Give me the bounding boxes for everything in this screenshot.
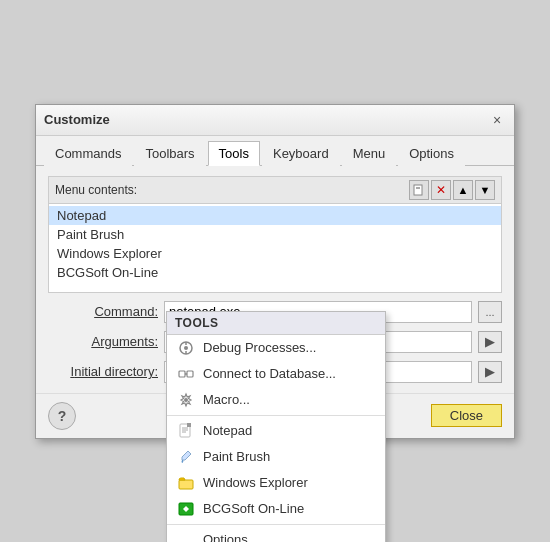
dropdown-header: TOOLS [167,312,385,335]
dialog-body: Menu contents: ✕ ▲ ▼ Notepad Paint Brush… [36,166,514,393]
command-label: Command: [48,304,158,319]
dropdown-item-explorer[interactable]: Windows Explorer [167,470,385,496]
divider-1 [167,415,385,416]
tools-dropdown: TOOLS Debug Processes... [166,311,386,543]
connect-icon [177,365,195,383]
tab-tools[interactable]: Tools [208,141,260,166]
dropdown-item-macro-label: Macro... [203,392,250,407]
svg-rect-14 [187,423,191,427]
dropdown-item-options[interactable]: Options... [167,527,385,543]
dropdown-item-macro[interactable]: Macro... [167,387,385,413]
new-item-button[interactable] [409,180,429,200]
close-button[interactable]: Close [431,404,502,427]
arguments-label-text: Arguments: [92,334,158,349]
title-bar: Customize × [36,105,514,136]
menu-contents-label: Menu contents: [55,183,137,197]
menu-list: Notepad Paint Brush Windows Explorer BCG… [48,203,502,293]
dropdown-item-explorer-label: Windows Explorer [203,475,308,490]
move-down-button[interactable]: ▼ [475,180,495,200]
tab-menu[interactable]: Menu [342,141,397,166]
tab-bar: Commands Toolbars Tools Keyboard Menu Op… [36,136,514,166]
dropdown-item-notepad-label: Notepad [203,423,252,438]
tab-options[interactable]: Options [398,141,465,166]
dropdown-item-bcgsoft-label: BCGSoft On-Line [203,501,304,516]
divider-2 [167,524,385,525]
bcgsoft-icon [177,500,195,518]
dropdown-item-paintbrush[interactable]: Paint Brush [167,444,385,470]
command-browse-button[interactable]: ... [478,301,502,323]
list-item[interactable]: Paint Brush [49,225,501,244]
help-button[interactable]: ? [48,402,76,430]
explorer-icon [177,474,195,492]
paintbrush-icon [177,448,195,466]
initial-directory-arrow-button[interactable]: ▶ [478,361,502,383]
close-icon[interactable]: × [488,111,506,129]
initial-directory-label-text: Initial directory: [71,364,158,379]
dropdown-item-connect[interactable]: Connect to Database... [167,361,385,387]
svg-point-3 [184,346,188,350]
dropdown-item-connect-label: Connect to Database... [203,366,336,381]
move-up-button[interactable]: ▲ [453,180,473,200]
new-icon [413,184,425,196]
tab-toolbars[interactable]: Toolbars [134,141,205,166]
options-spacer-icon [177,531,195,543]
macro-gear-icon [177,391,195,409]
menu-contents-header: Menu contents: ✕ ▲ ▼ [48,176,502,203]
delete-item-button[interactable]: ✕ [431,180,451,200]
customize-dialog: Customize × Commands Toolbars Tools Keyb… [35,104,515,439]
notepad-icon [177,422,195,440]
tab-commands[interactable]: Commands [44,141,132,166]
dropdown-item-options-label: Options... [203,532,259,542]
svg-point-9 [184,398,188,402]
menu-toolbar: ✕ ▲ ▼ [409,180,495,200]
list-item[interactable]: Notepad [49,206,501,225]
svg-rect-7 [187,371,193,377]
dropdown-item-debug[interactable]: Debug Processes... [167,335,385,361]
arguments-arrow-button[interactable]: ▶ [478,331,502,353]
svg-rect-15 [179,480,193,489]
svg-rect-0 [414,185,422,195]
list-item[interactable]: BCGSoft On-Line [49,263,501,282]
command-label-text: Command: [94,304,158,319]
debug-icon [177,339,195,357]
dropdown-item-debug-label: Debug Processes... [203,340,316,355]
dropdown-item-notepad[interactable]: Notepad [167,418,385,444]
svg-rect-6 [179,371,185,377]
arguments-label: Arguments: [48,334,158,349]
dropdown-item-paintbrush-label: Paint Brush [203,449,270,464]
initial-directory-label: Initial directory: [48,364,158,379]
tab-keyboard[interactable]: Keyboard [262,141,340,166]
dropdown-item-bcgsoft[interactable]: BCGSoft On-Line [167,496,385,522]
dialog-title: Customize [44,112,110,127]
list-item[interactable]: Windows Explorer [49,244,501,263]
